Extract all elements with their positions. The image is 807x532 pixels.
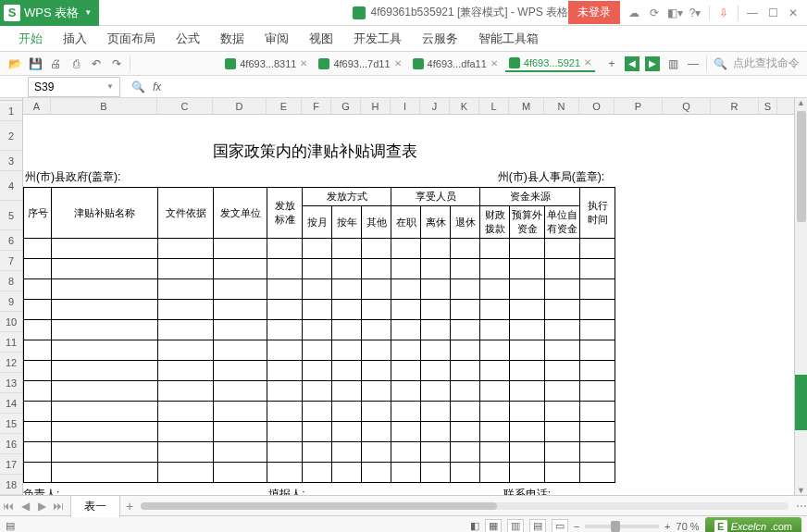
reading-mode-icon[interactable]: ▭ [552, 519, 568, 533]
menu-item[interactable]: 开发工具 [354, 31, 402, 47]
redo-icon[interactable]: ↷ [109, 56, 124, 71]
view-normal-icon[interactable]: ▦ [485, 519, 502, 533]
menu-item[interactable]: 插入 [63, 31, 87, 47]
column-header[interactable]: G [331, 98, 361, 114]
column-header[interactable]: R [711, 98, 759, 114]
tab-next-icon[interactable]: ▶ [645, 56, 660, 71]
row-header[interactable]: 6 [0, 230, 22, 251]
stats-icon[interactable]: ◧ [470, 520, 479, 532]
row-header[interactable]: 9 [0, 291, 22, 312]
column-header[interactable]: J [420, 98, 450, 114]
zoom-in-icon[interactable]: + [664, 521, 670, 532]
zoom-value[interactable]: 70 % [677, 521, 700, 532]
undo-icon[interactable]: ↶ [89, 56, 104, 71]
view-break-icon[interactable]: ▤ [529, 519, 546, 533]
column-header[interactable]: L [479, 98, 509, 114]
minimize-icon[interactable]: — [746, 6, 759, 19]
zoom-slider[interactable] [585, 525, 659, 528]
row-header[interactable]: 2 [0, 121, 22, 151]
name-box[interactable]: S39 ▼ [28, 77, 120, 97]
document-tab[interactable]: 4f693...8311✕ [221, 56, 311, 71]
column-header[interactable]: D [213, 98, 267, 114]
document-tab[interactable]: 4f693...5921✕ [505, 56, 595, 72]
scrollbar-thumb[interactable] [797, 111, 806, 222]
menu-item[interactable]: 智能工具箱 [478, 31, 539, 47]
tab-prev-icon[interactable]: ◀ [625, 56, 639, 71]
fx-lookup-icon[interactable]: 🔍 [131, 80, 145, 93]
column-header[interactable]: A [23, 98, 51, 114]
tab-list-icon[interactable]: ▥ [665, 56, 680, 71]
document-tab[interactable]: 4f693...7d11✕ [315, 56, 404, 71]
column-header[interactable]: S [759, 98, 777, 114]
save-icon[interactable]: 💾 [28, 56, 43, 71]
cloud-icon[interactable]: ☁ [627, 6, 640, 19]
skin-icon[interactable]: ◧▾ [668, 6, 681, 19]
zoom-out-icon[interactable]: − [574, 521, 579, 532]
sync-icon[interactable]: ⟳ [648, 6, 661, 19]
open-icon[interactable]: 📂 [7, 56, 22, 71]
add-sheet-icon[interactable]: + [126, 499, 133, 513]
row-header[interactable]: 13 [0, 373, 22, 393]
row-header[interactable]: 16 [0, 434, 22, 454]
menu-item[interactable]: 页面布局 [107, 31, 155, 47]
document-tab[interactable]: 4f693...dfa11✕ [409, 56, 502, 71]
column-header[interactable]: M [509, 98, 544, 114]
sheet-last-icon[interactable]: ⏭ [50, 500, 67, 513]
menu-item[interactable]: 云服务 [422, 31, 458, 47]
app-brand[interactable]: S WPS 表格 ▼ [0, 0, 99, 26]
column-header[interactable]: I [391, 98, 420, 114]
row-header[interactable]: 4 [0, 171, 22, 201]
sidebar-toggle-icon[interactable]: ▤ [6, 520, 15, 532]
grid[interactable]: ABCDEFGHIJKLMNOPQRS 国家政策内的津贴补贴调查表 州(市)县政… [23, 98, 794, 495]
sheet-prev-icon[interactable]: ◀ [17, 500, 33, 513]
fx-icon[interactable]: fx [153, 80, 161, 93]
row-header[interactable]: 10 [0, 312, 22, 332]
sheet-next-icon[interactable]: ▶ [33, 500, 50, 513]
new-tab-icon[interactable]: + [604, 56, 619, 71]
vertical-scrollbar[interactable]: ▲ ▼ [794, 98, 807, 495]
row-header[interactable]: 15 [0, 414, 22, 434]
sheet-tab[interactable]: 表一 [70, 495, 120, 517]
scroll-up-icon[interactable]: ▲ [797, 98, 805, 107]
row-header[interactable]: 5 [0, 201, 22, 230]
row-header[interactable]: 7 [0, 251, 22, 271]
help-icon[interactable]: ?▾ [689, 6, 701, 19]
row-header[interactable]: 14 [0, 393, 22, 414]
close-icon[interactable]: ✕ [787, 6, 800, 19]
column-header[interactable]: E [267, 98, 302, 114]
menu-item[interactable]: 开始 [19, 31, 43, 47]
scrollbar-thumb[interactable] [141, 502, 497, 510]
row-header[interactable]: 11 [0, 332, 22, 353]
slider-knob[interactable] [611, 521, 620, 532]
close-tab-icon[interactable]: ✕ [490, 58, 498, 68]
row-header[interactable]: 17 [0, 454, 22, 475]
row-header[interactable]: 8 [0, 271, 22, 291]
column-header[interactable]: Q [663, 98, 711, 114]
menu-item[interactable]: 视图 [309, 31, 333, 47]
close-tab-icon[interactable]: ✕ [394, 58, 402, 68]
login-badge[interactable]: 未登录 [568, 1, 620, 24]
view-page-icon[interactable]: ▥ [507, 519, 524, 533]
column-header[interactable]: B [51, 98, 157, 114]
print-icon[interactable]: 🖨 [48, 56, 63, 71]
horizontal-scrollbar[interactable] [141, 502, 788, 510]
column-header[interactable]: K [450, 98, 479, 114]
column-header[interactable]: F [302, 98, 331, 114]
column-header[interactable]: H [361, 98, 391, 114]
column-header[interactable]: N [544, 98, 579, 114]
close-tab-icon[interactable]: ✕ [300, 58, 307, 68]
menu-item[interactable]: 数据 [220, 31, 244, 47]
chevron-down-icon[interactable]: ▼ [106, 82, 114, 91]
restore-down-icon[interactable]: ⇩ [717, 6, 730, 19]
row-header[interactable]: 3 [0, 151, 22, 171]
column-header[interactable]: O [579, 98, 615, 114]
close-tab-icon[interactable]: ✕ [584, 57, 591, 68]
tab-close-icon[interactable]: — [686, 56, 701, 71]
dots-icon[interactable]: ⋯ [796, 500, 807, 513]
column-header[interactable]: C [157, 98, 213, 114]
maximize-icon[interactable]: ☐ [766, 6, 779, 19]
formula-bar[interactable]: 🔍 fx [131, 80, 161, 93]
search-command[interactable]: 点此查找命令 [733, 56, 800, 71]
row-header[interactable]: 18 [0, 475, 22, 495]
column-header[interactable]: P [615, 98, 663, 114]
